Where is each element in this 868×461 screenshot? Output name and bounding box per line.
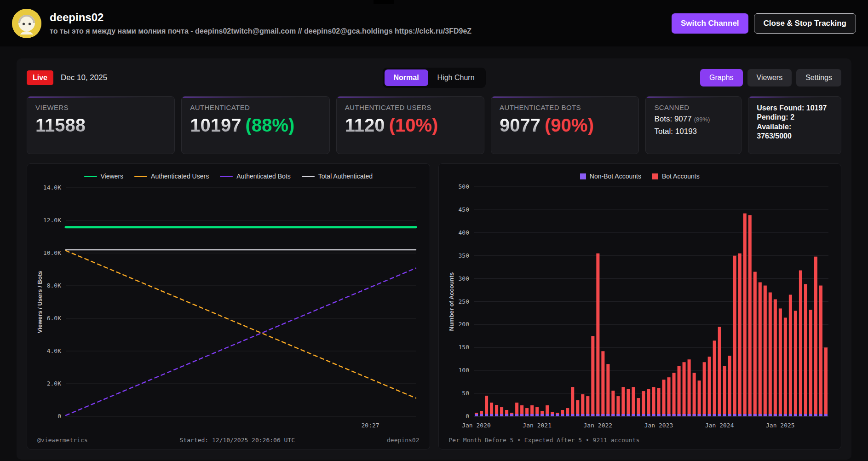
- svg-text:0: 0: [466, 413, 469, 420]
- stats-row: VIEWERS 11588 AUTHENTICATED 10197(88%) A…: [27, 96, 841, 154]
- legend-swatch-viewers: [84, 176, 97, 177]
- legend-label: Viewers: [101, 173, 124, 180]
- authenticated-bots-card-percent: (90%): [545, 115, 594, 135]
- mode-normal-button[interactable]: Normal: [384, 69, 428, 86]
- authenticated-card-value: 10197: [190, 115, 241, 136]
- close-stop-tracking-button[interactable]: Close & Stop Tracking: [754, 13, 856, 34]
- line-chart-legend: ViewersAuthenticated UsersAuthenticated …: [34, 170, 422, 182]
- viewers-card-label: VIEWERS: [35, 104, 166, 111]
- viewer-metrics-line-chart-panel: ViewersAuthenticated UsersAuthenticated …: [27, 163, 430, 449]
- switch-channel-button[interactable]: Switch Channel: [672, 13, 748, 34]
- scanned-total-line: Total: 10193: [654, 127, 733, 136]
- svg-text:Viewers / Users / Bots: Viewers / Users / Bots: [36, 271, 43, 334]
- svg-text:150: 150: [458, 344, 469, 351]
- svg-text:50: 50: [462, 390, 469, 397]
- legend-swatch-authenticated-bots: [220, 176, 233, 177]
- bar-chart-area[interactable]: 050100150200250300350400450500Jan 2020Ja…: [446, 182, 834, 432]
- legend-item-total-authenticated[interactable]: Total Authenticated: [302, 173, 373, 180]
- legend-label: Non-Bot Accounts: [590, 173, 641, 180]
- summary-card: Users Found: 10197 Pending: 2 Available:…: [748, 96, 841, 154]
- svg-text:2.0K: 2.0K: [47, 380, 61, 387]
- tab-viewers[interactable]: Viewers: [747, 69, 792, 86]
- authenticated-users-card-value: 1120: [345, 115, 385, 136]
- available-label-line: Available:: [757, 122, 833, 132]
- tab-settings[interactable]: Settings: [796, 69, 841, 86]
- bar-chart-svg[interactable]: 050100150200250300350400450500Jan 2020Ja…: [446, 182, 834, 432]
- toolbar-status: Live Dec 10, 2025: [27, 70, 107, 85]
- line-chart-area[interactable]: 02.0K4.0K6.0K8.0K10.0K12.0K14.0K20:27Vie…: [34, 182, 422, 432]
- pending-line: Pending: 2: [757, 113, 833, 122]
- scanned-bots-percent: (89%): [694, 116, 710, 123]
- authenticated-users-card-label: AUTHENTICATED USERS: [345, 104, 476, 111]
- dashboard-toolbar: Live Dec 10, 2025 Normal High Churn Grap…: [27, 67, 841, 89]
- svg-text:10.0K: 10.0K: [43, 249, 61, 256]
- channel-avatar: [12, 9, 41, 38]
- legend-item-authenticated-bots[interactable]: Authenticated Bots: [220, 173, 291, 180]
- top-notch: [374, 0, 394, 4]
- viewers-card: VIEWERS 11588: [27, 96, 175, 154]
- legend-swatch-total-authenticated: [302, 176, 315, 177]
- line-chart-footer: @viewermetrics Started: 12/10/2025 20:26…: [34, 432, 422, 445]
- svg-text:12.0K: 12.0K: [43, 217, 61, 224]
- line-chart-svg[interactable]: 02.0K4.0K6.0K8.0K10.0K12.0K14.0K20:27Vie…: [34, 182, 422, 432]
- header-actions: Switch Channel Close & Stop Tracking: [672, 13, 856, 34]
- scanned-card: SCANNED Bots: 9077(89%) Total: 10193: [645, 96, 742, 154]
- bar-chart-footer: Per Month Before 5 • Expected After 5 • …: [446, 432, 834, 445]
- svg-text:300: 300: [458, 275, 469, 282]
- svg-text:200: 200: [458, 321, 469, 328]
- svg-text:Jan 2024: Jan 2024: [705, 422, 734, 429]
- date-label: Dec 10, 2025: [61, 73, 107, 82]
- legend-item-viewers[interactable]: Viewers: [84, 173, 124, 180]
- view-tabs: Graphs Viewers Settings: [700, 69, 841, 86]
- authenticated-users-card: AUTHENTICATED USERS 1120(10%): [336, 96, 484, 154]
- authenticated-card-label: AUTHENTICATED: [190, 104, 321, 111]
- channel-info: deepins02 то ты это я между нами молния …: [50, 11, 663, 35]
- legend-item-bot-accounts[interactable]: Bot Accounts: [652, 173, 700, 180]
- svg-text:Jan 2020: Jan 2020: [462, 422, 491, 429]
- accounts-bar-chart-panel: Non-Bot AccountsBot Accounts 05010015020…: [438, 163, 842, 449]
- svg-text:350: 350: [458, 252, 469, 259]
- svg-text:400: 400: [458, 229, 469, 236]
- svg-text:0: 0: [57, 413, 61, 420]
- svg-text:100: 100: [458, 367, 469, 374]
- legend-item-non-bot-accounts[interactable]: Non-Bot Accounts: [580, 173, 641, 180]
- authenticated-bots-card: AUTHENTICATED BOTS 9077(90%): [491, 96, 639, 154]
- svg-text:Jan 2022: Jan 2022: [583, 422, 612, 429]
- bar-chart-summary: Per Month Before 5 • Expected After 5 • …: [449, 437, 640, 444]
- svg-text:500: 500: [458, 183, 469, 190]
- legend-label: Bot Accounts: [662, 173, 700, 180]
- legend-label: Authenticated Users: [151, 173, 209, 180]
- legend-item-authenticated-users[interactable]: Authenticated Users: [134, 173, 209, 180]
- svg-text:6.0K: 6.0K: [47, 315, 61, 322]
- channel-header: deepins02 то ты это я между нами молния …: [0, 0, 868, 46]
- authenticated-bots-card-value: 9077: [500, 115, 540, 136]
- authenticated-card: AUTHENTICATED 10197(88%): [181, 96, 329, 154]
- avatar-face-icon: [12, 9, 41, 38]
- svg-text:Jan 2025: Jan 2025: [766, 422, 795, 429]
- svg-text:14.0K: 14.0K: [43, 184, 61, 191]
- svg-text:Jan 2023: Jan 2023: [644, 422, 673, 429]
- channel-name: deepins02: [50, 11, 663, 24]
- svg-text:8.0K: 8.0K: [47, 282, 61, 289]
- tab-graphs[interactable]: Graphs: [700, 69, 742, 86]
- legend-swatch-non-bot-accounts: [580, 173, 586, 179]
- bar-chart-legend: Non-Bot AccountsBot Accounts: [446, 170, 834, 182]
- mode-high-churn-button[interactable]: High Churn: [428, 69, 484, 86]
- watermark-text: @viewermetrics: [37, 437, 88, 444]
- svg-text:4.0K: 4.0K: [47, 347, 61, 354]
- dashboard-panel: Live Dec 10, 2025 Normal High Churn Grap…: [17, 58, 851, 460]
- svg-text:20:27: 20:27: [361, 422, 379, 429]
- mode-toggle: Normal High Churn: [382, 68, 485, 88]
- started-timestamp: Started: 12/10/2025 20:26:06 UTC: [180, 437, 295, 444]
- svg-text:450: 450: [458, 206, 469, 213]
- legend-swatch-authenticated-users: [134, 176, 147, 177]
- legend-swatch-bot-accounts: [652, 173, 658, 179]
- authenticated-users-card-percent: (10%): [389, 115, 438, 135]
- legend-label: Total Authenticated: [318, 173, 373, 180]
- svg-text:Number of Accounts: Number of Accounts: [448, 272, 455, 331]
- authenticated-card-percent: (88%): [246, 115, 295, 135]
- scanned-card-label: SCANNED: [654, 104, 733, 111]
- svg-text:Jan 2021: Jan 2021: [523, 422, 552, 429]
- charts-row: ViewersAuthenticated UsersAuthenticated …: [27, 163, 841, 449]
- viewers-card-value: 11588: [35, 115, 86, 136]
